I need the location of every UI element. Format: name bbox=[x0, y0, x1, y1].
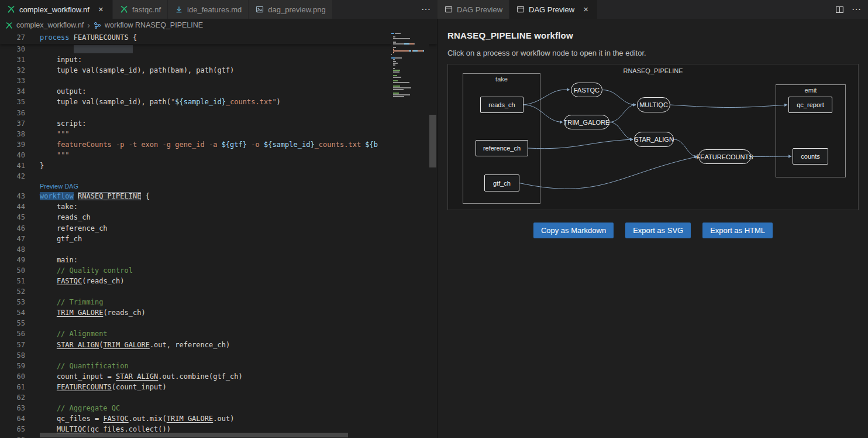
code-line-38[interactable]: 38 """ bbox=[0, 129, 437, 139]
minimap[interactable] bbox=[391, 32, 429, 438]
code-line-34[interactable]: 34 output: bbox=[0, 86, 437, 97]
dag-node-trim-galore[interactable]: TRIM_GALORE bbox=[564, 115, 609, 129]
code-text: process FEATURECOUNTS { bbox=[40, 32, 137, 44]
minimap-line bbox=[391, 64, 429, 66]
minimap-line bbox=[391, 49, 429, 50]
code-line-63[interactable]: 63 // Aggregate QC bbox=[0, 403, 437, 413]
minimap-line bbox=[391, 40, 429, 41]
code-line-33[interactable]: 33 bbox=[0, 76, 437, 86]
code-line-44[interactable]: 44 take: bbox=[0, 201, 437, 212]
breadcrumb-symbol[interactable]: workflow RNASEQ_PIPELINE bbox=[105, 21, 203, 29]
code-line-56[interactable]: 56 // Alignment bbox=[0, 328, 437, 339]
workflow-dag-diagram: RNASEQ_PIPELINE takeemitreads_chreferenc… bbox=[447, 64, 859, 210]
dag-panel-subtitle: Click on a process or workflow node to o… bbox=[447, 49, 859, 57]
code-line-45[interactable]: 45 reads_ch bbox=[0, 212, 437, 223]
code-lines: 27process FEATURECOUNTS {30 31 input:32 … bbox=[0, 32, 437, 438]
code-line-64[interactable]: 64 qc_files = FASTQC.out.mix(TRIM_GALORE… bbox=[0, 413, 437, 424]
button-copy-as-markdown[interactable]: Copy as Markdown bbox=[533, 223, 614, 238]
dag-edge-gtf-ch-to-featurecounts bbox=[519, 157, 697, 189]
horizontal-scrollbar-thumb[interactable] bbox=[40, 433, 348, 437]
code-line-61[interactable]: 61 FEATURECOUNTS(count_input) bbox=[0, 382, 437, 392]
code-line-42[interactable]: 42 bbox=[0, 171, 437, 182]
dag-node-star-align[interactable]: STAR_ALIGN bbox=[634, 132, 674, 147]
dag-node-counts[interactable]: counts bbox=[793, 148, 828, 165]
dag-node-qc-report[interactable]: qc_report bbox=[788, 97, 832, 113]
line-number: 46 bbox=[0, 223, 25, 234]
code-line-49[interactable]: 49 main: bbox=[0, 255, 437, 265]
code-line-55[interactable]: 55 bbox=[0, 318, 437, 328]
sticky-line-27[interactable]: 27process FEATURECOUNTS { bbox=[0, 32, 437, 44]
minimap-line bbox=[391, 47, 429, 48]
code-line-54[interactable]: 54 TRIM_GALORE(reads_ch) bbox=[0, 307, 437, 318]
code-line-37[interactable]: 37 script: bbox=[0, 118, 437, 129]
vertical-scrollbar-thumb[interactable] bbox=[429, 115, 436, 167]
code-line-57[interactable]: 57 STAR_ALIGN(TRIM_GALORE.out, reference… bbox=[0, 340, 437, 350]
line-number: 42 bbox=[0, 171, 25, 182]
close-icon[interactable]: × bbox=[581, 5, 591, 15]
dag-edge-reference-ch-to-star-align bbox=[528, 139, 633, 149]
line-number: 52 bbox=[0, 286, 25, 297]
code-line-53[interactable]: 53 // Trimming bbox=[0, 297, 437, 307]
dag-edge-trim-galore-to-star-align bbox=[609, 122, 633, 140]
code-line-47[interactable]: 47 gtf_ch bbox=[0, 234, 437, 244]
button-export-as-html[interactable]: Export as HTML bbox=[702, 223, 773, 238]
code-line-40[interactable]: 40 """ bbox=[0, 150, 437, 160]
tab-right-dag-preview-1[interactable]: DAG Preview bbox=[438, 0, 509, 19]
minimap-line bbox=[391, 43, 429, 45]
more-actions-icon[interactable]: ⋯ bbox=[421, 5, 430, 14]
code-line-36[interactable]: 36 bbox=[0, 108, 437, 118]
code-text: main: bbox=[40, 255, 78, 265]
code-line-35[interactable]: 35 tuple val(sample_id), path("${sample_… bbox=[0, 97, 437, 107]
code-line-51[interactable]: 51 FASTQC(reads_ch) bbox=[0, 276, 437, 286]
line-number: 41 bbox=[0, 160, 25, 171]
image-icon bbox=[255, 5, 264, 14]
code-text: output: bbox=[40, 86, 86, 97]
code-text: // Quantification bbox=[40, 361, 129, 371]
dag-node-gtf-ch[interactable]: gtf_ch bbox=[484, 174, 519, 191]
codelens-preview-dag[interactable]: Preview DAG bbox=[40, 183, 78, 190]
code-line-32[interactable]: 32 tuple val(sample_id), path(bam), path… bbox=[0, 65, 437, 76]
tab-left-complex-workflow-nf[interactable]: complex_workflow.nf× bbox=[0, 0, 113, 19]
code-text: FASTQC(reads_ch) bbox=[40, 276, 125, 286]
tab-left-dag-preview-png[interactable]: dag_preview.png bbox=[249, 0, 332, 19]
split-editor-icon[interactable] bbox=[835, 5, 844, 14]
code-line-58[interactable]: 58 bbox=[0, 350, 437, 361]
code-line-46[interactable]: 46 reference_ch bbox=[0, 223, 437, 234]
code-line-31[interactable]: 31 input: bbox=[0, 54, 437, 65]
minimap-line bbox=[391, 82, 429, 83]
tab-left-ide-features-md[interactable]: ide_features.md bbox=[168, 0, 249, 19]
line-number: 64 bbox=[0, 413, 25, 424]
tab-right-dag-preview-active[interactable]: DAG Preview× bbox=[509, 0, 598, 19]
workflow-symbol-icon bbox=[94, 21, 102, 29]
code-text: """ bbox=[40, 150, 70, 160]
line-number: 51 bbox=[0, 276, 25, 286]
line-number: 35 bbox=[0, 97, 25, 107]
dag-node-reads-ch[interactable]: reads_ch bbox=[480, 97, 523, 113]
code-editor[interactable]: 27process FEATURECOUNTS {30 31 input:32 … bbox=[0, 32, 437, 438]
more-actions-icon[interactable]: ⋯ bbox=[852, 5, 861, 14]
code-text: // Alignment bbox=[40, 328, 108, 339]
code-line-52[interactable]: 52 bbox=[0, 286, 437, 297]
line-number: 63 bbox=[0, 403, 25, 413]
tab-left-fastqc-nf[interactable]: fastqc.nf bbox=[113, 0, 168, 19]
code-line-50[interactable]: 50 // Quality control bbox=[0, 265, 437, 276]
code-line-39[interactable]: 39 featureCounts -p -t exon -g gene_id -… bbox=[0, 139, 437, 150]
line-number: 61 bbox=[0, 382, 25, 392]
code-line-62[interactable]: 62 bbox=[0, 392, 437, 403]
dag-node-featurecounts[interactable]: FEATURECOUNTS bbox=[698, 149, 751, 164]
code-line-60[interactable]: 60 count_input = STAR_ALIGN.out.combine(… bbox=[0, 371, 437, 382]
breadcrumb-file[interactable]: complex_workflow.nf bbox=[16, 21, 84, 29]
dag-node-multiqc[interactable]: MULTIQC bbox=[637, 97, 670, 112]
close-icon[interactable]: × bbox=[96, 5, 106, 15]
code-line-43[interactable]: 43workflow RNASEQ_PIPELINE { bbox=[0, 191, 437, 201]
line-number: 37 bbox=[0, 118, 25, 129]
button-export-as-svg[interactable]: Export as SVG bbox=[625, 223, 691, 238]
code-line-48[interactable]: 48 bbox=[0, 244, 437, 255]
dag-node-fastqc[interactable]: FASTQC bbox=[571, 83, 602, 97]
dag-export-buttons: Copy as MarkdownExport as SVGExport as H… bbox=[447, 223, 859, 238]
code-line-59[interactable]: 59 // Quantification bbox=[0, 361, 437, 371]
code-line-30[interactable]: 30 bbox=[0, 44, 437, 54]
dag-node-reference-ch[interactable]: reference_ch bbox=[476, 140, 528, 156]
code-line-41[interactable]: 41} bbox=[0, 160, 437, 171]
line-number: 32 bbox=[0, 65, 25, 76]
